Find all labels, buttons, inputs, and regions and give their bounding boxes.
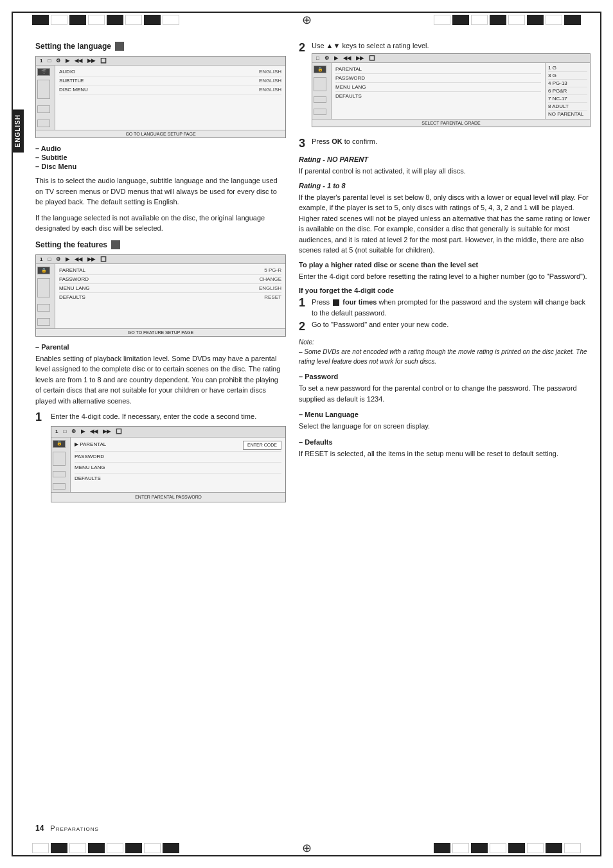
forget-step-1: 1 Press four times when prompted for the…	[299, 297, 591, 318]
menu-label: MENU LANG	[75, 464, 105, 472]
dvd-icon	[37, 304, 50, 312]
compass-icon: ⊕	[302, 13, 312, 27]
step-1: 1 Enter the 4-digit code. If necessary, …	[35, 411, 286, 509]
forget-step-num-2: 2	[299, 321, 308, 332]
dvd-screen-features: 1 □ ⚙ ▶ ◀◀ ▶▶ 🔲 🔒	[35, 254, 286, 337]
dvd-screen-main3: ▶ PARENTAL ENTER CODE PASSWORD MENU LANG	[71, 438, 285, 492]
dvd-icon	[53, 471, 66, 477]
page-section: Preparations	[50, 824, 99, 832]
deco-seg	[107, 15, 123, 25]
dvd-icon3: 🔒	[53, 440, 66, 448]
deco-seg	[434, 15, 450, 25]
four-times-text: four times	[342, 298, 377, 306]
rating-value: NO PARENTAL	[548, 111, 587, 118]
dvd-menu-row: MENU LANG ENGLISH	[59, 284, 281, 293]
dvd-menu-row: DEFAULTS	[75, 474, 281, 484]
bottom-deco-bar: ⊕	[13, 841, 600, 855]
parental-para: Enables setting of playback limitation l…	[35, 353, 286, 407]
menu-label: PASSWORD	[75, 453, 104, 461]
dvd-screen-main4: PARENTAL PASSWORD MENU LANG DEFAULTS	[332, 63, 545, 119]
defaults-heading: Defaults	[299, 438, 591, 446]
page-footer: 14 Preparations	[35, 824, 99, 833]
section-features-title: Setting the features	[35, 240, 107, 249]
deco-seg	[564, 15, 581, 25]
list-item-text: Subtitle	[41, 154, 67, 161]
deco-seg	[508, 15, 525, 25]
menu-value: ENGLISH	[259, 87, 281, 93]
rating-1-8-text: If the player's parental level is set be…	[299, 192, 591, 256]
section-language-title: Setting the language	[35, 42, 111, 51]
dvd-menu-row: DISC MENU ENGLISH	[59, 85, 281, 94]
parental-heading: Parental	[35, 343, 286, 351]
right-column: 2 Use ▲▼ keys to select a rating level. …	[299, 42, 591, 514]
note-block: Note: – Some DVDs are not encoded with a…	[299, 337, 591, 366]
dvd-menu-row: PASSWORD	[75, 452, 281, 463]
enter-code-box: ENTER CODE	[243, 441, 281, 450]
dvd-screen-body: 🎬 AUDIO ENGLISH	[36, 66, 285, 130]
dvd-menu-row: PASSWORD	[335, 74, 541, 83]
rating-value: 3 G	[548, 72, 587, 80]
rating-no-parent-heading: Rating - NO PARENT	[299, 155, 591, 163]
dvd-screen-header4: □ ⚙ ▶ ◀◀ ▶▶ 🔲	[312, 54, 590, 63]
menu-value: ENGLISH	[259, 78, 281, 84]
menu-label: MENU LANG	[59, 285, 90, 291]
dvd-icon	[314, 77, 326, 91]
dvd-screen-sidebar3: 🔒	[51, 438, 71, 492]
step-num-3: 3	[299, 137, 308, 149]
dvd-screen-footer4: SELECT PARENTAL GRADE	[312, 119, 590, 127]
menu-label: DISC MENU	[59, 87, 88, 93]
dvd-screen-header: 1 □ ⚙ ▶ ◀◀ ▶▶ 🔲	[36, 57, 285, 66]
dvd-menu-row: DEFAULTS RESET	[59, 293, 281, 301]
list-item: Disc Menu	[35, 163, 286, 170]
higher-rated-text: Enter the 4-digit cord before resetting …	[299, 271, 591, 282]
ok-text: OK	[332, 137, 342, 145]
dvd-screen-language: 1 □ ⚙ ▶ ◀◀ ▶▶ 🔲 🎬	[35, 56, 286, 138]
rating-value: 1 G	[548, 64, 587, 72]
dvd-screen-sidebar: 🎬	[36, 66, 55, 130]
step-1-text: Enter the 4-digit code. If necessary, en…	[51, 411, 286, 422]
dvd-menu-row: PASSWORD CHANGE	[59, 275, 281, 284]
forget-step-2: 2 Go to "Password" and enter your new co…	[299, 321, 591, 332]
menu-value: CHANGE	[260, 276, 281, 282]
menu-language-text: Select the language for on screen displa…	[299, 421, 591, 432]
deco-seg	[51, 15, 67, 25]
list-item: Subtitle	[35, 154, 286, 161]
dvd-screen-header3: 1 □ ⚙ ▶ ◀◀ ▶▶ 🔲	[51, 427, 285, 438]
dvd-menu-row: DEFAULTS	[335, 92, 541, 100]
menu-label: AUDIO	[59, 69, 75, 75]
dvd-screen-footer: GO TO LANGUAGE SETUP PAGE	[36, 130, 285, 137]
deco-seg	[471, 15, 488, 25]
dvd-icon	[37, 318, 50, 326]
dvd-screen-main: AUDIO ENGLISH SUBTITLE ENGLISH DISC MENU…	[55, 66, 285, 130]
rating-1-8-heading: Rating - 1 to 8	[299, 182, 591, 190]
dvd-icon-active2: 🔒	[37, 267, 50, 274]
step-3: 3 Press OK to confirm.	[299, 137, 591, 149]
menu-label: DEFAULTS	[75, 475, 101, 483]
menu-value: 5 PG-R	[264, 267, 281, 273]
dvd-screen-body4: 🔒 PARENTAL	[312, 63, 590, 119]
dvd-icon	[37, 80, 50, 99]
menu-label: PARENTAL	[59, 267, 85, 273]
rating-value: 8 ADULT	[548, 103, 587, 111]
step-2-text: Use ▲▼ keys to select a rating level.	[312, 42, 591, 49]
dvd-menu-row: PARENTAL	[335, 65, 541, 74]
higher-rated-heading: To play a higher rated disc or scene tha…	[299, 261, 591, 269]
dvd-screen-sidebar4: 🔒	[312, 63, 332, 119]
note-text: – Some DVDs are not encoded with a ratin…	[299, 348, 587, 365]
deco-seg	[88, 15, 105, 25]
deco-seg	[546, 15, 562, 25]
dvd-screen-body3: 🔒 ▶ PARENTAL ENTER CODE	[51, 438, 285, 492]
step-2: 2 Use ▲▼ keys to select a rating level. …	[299, 42, 591, 134]
menu-language-heading: Menu Language	[299, 411, 591, 418]
main-content: Setting the language 1 □ ⚙ ▶ ◀◀ ▶▶ 🔲	[35, 42, 591, 833]
password-text: To set a new password for the parental c…	[299, 383, 591, 404]
rating-value: 7 NC-17	[548, 95, 587, 103]
deco-seg	[490, 15, 506, 25]
defaults-text: If RESET is selected, all the items in t…	[299, 448, 591, 459]
dvd-screen-main2: PARENTAL 5 PG-R PASSWORD CHANGE MENU LAN…	[55, 264, 285, 328]
menu-label: DEFAULTS	[59, 294, 85, 300]
deco-seg	[163, 15, 179, 25]
section-language: Setting the language 1 □ ⚙ ▶ ◀◀ ▶▶ 🔲	[35, 42, 286, 234]
menu-label: DEFAULTS	[335, 93, 362, 99]
section-features: Setting the features 1 □ ⚙ ▶ ◀◀ ▶▶ 🔲	[35, 240, 286, 509]
